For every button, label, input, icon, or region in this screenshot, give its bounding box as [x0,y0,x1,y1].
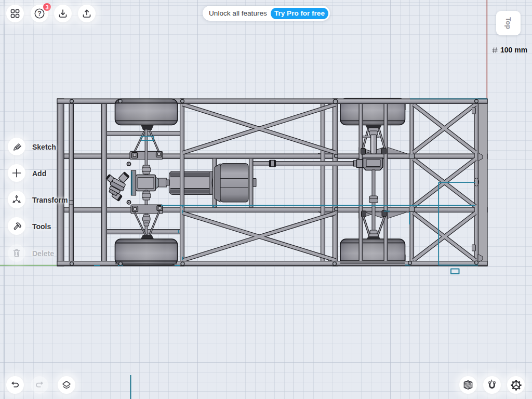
svg-text:?: ? [37,10,42,17]
